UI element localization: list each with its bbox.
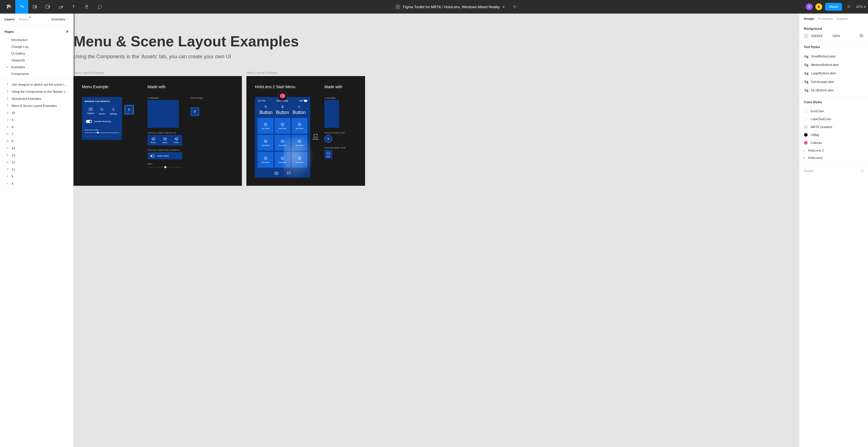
layer-item[interactable]: TStoryboard Examples bbox=[0, 95, 73, 102]
layer-item[interactable]: #4 bbox=[0, 180, 73, 187]
svg-point-13 bbox=[276, 173, 277, 174]
menu-settings: Settings bbox=[110, 108, 117, 115]
page-dropdown[interactable]: Examples ⌃ bbox=[52, 18, 69, 21]
text-icon: T bbox=[6, 97, 9, 100]
bg-swatch[interactable] bbox=[804, 34, 808, 38]
frame-icon: # bbox=[6, 125, 9, 129]
color-style-IconColor[interactable]: IconColor bbox=[804, 107, 864, 115]
text-tool-button[interactable]: T bbox=[67, 0, 80, 13]
add-page-button[interactable]: + bbox=[66, 29, 69, 34]
frame-menu-layout-1[interactable]: Menu Example MANAGE CAD MODELS Capture S… bbox=[73, 76, 242, 186]
comment-tool-button[interactable] bbox=[93, 0, 106, 13]
avatar-user-y[interactable]: Y bbox=[806, 3, 813, 10]
color-group-HoloLens1[interactable]: ▸HoloLens1 bbox=[804, 154, 864, 161]
shape-tool-button[interactable]: ▾ bbox=[41, 0, 54, 13]
switch-button: 32x96 Switch bbox=[148, 152, 182, 159]
hololens-title: HoloLens 2 Start Menu bbox=[255, 85, 310, 89]
start-tile: App Name bbox=[258, 135, 274, 151]
layer-item[interactable]: #8 bbox=[0, 123, 73, 130]
globe-icon[interactable] bbox=[513, 5, 517, 9]
pages-header[interactable]: Pages + bbox=[0, 27, 73, 36]
pinned-toggle-label: Pinned Toggle bbox=[191, 97, 203, 99]
layer-item[interactable]: TUsing the Components in the 'Assets' t.… bbox=[0, 88, 73, 95]
text-style-MediumButtonLabel[interactable]: AgMediumButtonLabel bbox=[804, 60, 864, 69]
layer-item[interactable]: #14 bbox=[0, 145, 73, 152]
tab-design[interactable]: Design bbox=[804, 17, 814, 20]
frame-icon: # bbox=[6, 153, 9, 157]
svg-rect-7 bbox=[304, 100, 307, 102]
page-item-introduction[interactable]: Introduction bbox=[0, 36, 73, 43]
chat-icon bbox=[287, 172, 291, 175]
bg-opacity-value[interactable]: 100% bbox=[832, 34, 840, 38]
page-item-viewports[interactable]: Viewports bbox=[0, 57, 73, 64]
layer-item[interactable]: TMenu & Scene Layout Examples bbox=[0, 102, 73, 109]
color-style-LabelTextColor[interactable]: LabelTextColor bbox=[804, 115, 864, 123]
layer-item[interactable]: #5 bbox=[0, 173, 73, 180]
layer-item[interactable]: #13 bbox=[0, 152, 73, 159]
canvas[interactable]: Menu & Scene Layout Examples Using the C… bbox=[73, 13, 799, 447]
text-icon: T bbox=[6, 83, 9, 86]
chevron-right-icon: ▸ bbox=[804, 156, 805, 159]
menu-card: MANAGE CAD MODELS Capture Search Setting… bbox=[82, 97, 122, 140]
page-item-change-log[interactable]: Change Log bbox=[0, 43, 73, 50]
file-title[interactable]: Figma Toolkit for MRTK / HoloLens, Windo… bbox=[106, 4, 806, 9]
color-style-Callouts[interactable]: Callouts bbox=[804, 139, 864, 147]
square-button: Button bbox=[324, 150, 332, 159]
text-icon: T bbox=[6, 90, 9, 93]
hand-tool-button[interactable] bbox=[80, 0, 93, 13]
tab-assets[interactable]: Assets bbox=[19, 18, 29, 21]
avatar-user-k[interactable]: K bbox=[815, 3, 822, 10]
share-button[interactable]: Share bbox=[825, 3, 842, 11]
layer-item[interactable]: #6 bbox=[0, 138, 73, 145]
svg-point-4 bbox=[90, 109, 91, 110]
export-section[interactable]: Export+ bbox=[799, 164, 868, 177]
layer-item[interactable]: #10 bbox=[0, 109, 73, 116]
visibility-toggle-icon[interactable] bbox=[859, 34, 864, 38]
add-export-button[interactable]: + bbox=[861, 169, 864, 173]
tab-inspect[interactable]: Inspect bbox=[837, 17, 848, 20]
start-tile: App Name bbox=[275, 118, 290, 134]
left-panel: Layers Assets Examples ⌃ Pages + Introdu… bbox=[0, 13, 73, 447]
text-style-LargeButtonLabel[interactable]: AgLargeButtonLabel bbox=[804, 69, 864, 78]
color-group-HoloLens 2[interactable]: ▸HoloLens 2 bbox=[804, 147, 864, 154]
frame-label-2[interactable]: Menu Layout Example bbox=[246, 71, 365, 74]
chevron-right-icon: ▸ bbox=[804, 149, 805, 152]
color-swatch-icon bbox=[804, 133, 808, 137]
page-item-examples[interactable]: Examples bbox=[0, 64, 73, 70]
page-item-components[interactable]: Components bbox=[0, 70, 73, 77]
color-swatch-icon bbox=[804, 125, 808, 129]
color-style-UIBkg[interactable]: UIBkg bbox=[804, 131, 864, 139]
color-style-MRTK Gradient[interactable]: MRTK Gradient bbox=[804, 123, 864, 131]
layer-item[interactable]: #12 bbox=[0, 159, 73, 166]
layer-item[interactable]: TUse viewport to sketch out the scene l.… bbox=[0, 81, 73, 88]
present-button[interactable] bbox=[845, 0, 853, 13]
layer-item[interactable]: #11 bbox=[0, 166, 73, 173]
menu-card-header: MANAGE CAD MODELS bbox=[85, 100, 119, 102]
frame-label[interactable]: Menu Layout Example bbox=[73, 71, 242, 74]
frame-menu-layout-2[interactable]: HoloLens 2 Start Menu 3:21 PM Mixed Real… bbox=[246, 76, 365, 186]
text-style-icon: Ag bbox=[804, 62, 808, 67]
made-with-title: Made with bbox=[148, 85, 203, 89]
frame-tool-button[interactable]: ▾ bbox=[28, 0, 41, 13]
figma-menu-button[interactable]: ▾ bbox=[2, 0, 15, 13]
pin-button-selected[interactable] bbox=[125, 106, 133, 114]
layer-item[interactable]: #9 bbox=[0, 116, 73, 123]
tab-layers[interactable]: Layers bbox=[4, 18, 14, 21]
pen-tool-button[interactable]: ▾ bbox=[54, 0, 67, 13]
button-collection: Button Button Button bbox=[148, 135, 182, 146]
text-style-SmallButtonLabel[interactable]: AgSmallButtonLabel bbox=[804, 52, 864, 60]
text-style-ExtraLargeLabel[interactable]: AgExtraLargeLabel bbox=[804, 78, 864, 86]
bg-color-value[interactable]: E5E5E5 bbox=[811, 34, 823, 38]
page-item-ui-gallery[interactable]: UI Gallery bbox=[0, 50, 73, 57]
background-row[interactable]: E5E5E5 100% bbox=[804, 34, 864, 38]
text-style-HL1ButtonLabel[interactable]: AgHL1ButtonLabel bbox=[804, 86, 864, 94]
text-style-icon: Ag bbox=[804, 54, 808, 59]
zoom-dropdown[interactable]: 42%▾ bbox=[856, 5, 866, 9]
start-tile: App Name bbox=[291, 135, 307, 151]
frame-icon: # bbox=[6, 181, 9, 185]
background-header: Background bbox=[804, 27, 864, 30]
move-tool-button[interactable]: ▾ bbox=[15, 0, 28, 13]
layer-item[interactable]: #7 bbox=[0, 130, 73, 138]
svg-point-15 bbox=[861, 35, 862, 36]
tab-prototype[interactable]: Prototype bbox=[818, 17, 833, 20]
